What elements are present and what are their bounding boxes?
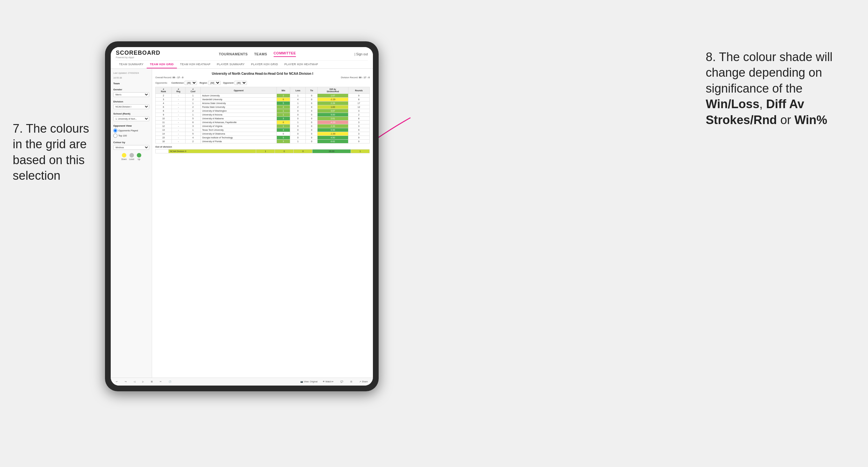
toolbar-redo[interactable]: ↪ — [123, 379, 128, 384]
cell-tie: 0 — [306, 109, 317, 113]
legend-up-dot — [137, 153, 141, 157]
toolbar-comment[interactable]: 💬 — [339, 379, 345, 384]
table-header-row: #Rank #Reg #Conf Opponent Win Loss Tie D… — [156, 87, 370, 94]
cell-rank: 13 — [156, 128, 172, 132]
radio-opponents-played[interactable]: Opponents Played — [113, 128, 149, 133]
sidebar-school-section: School (Rank) 1. University of Nort... — [113, 112, 149, 121]
subnav-player-h2h-heatmap[interactable]: PLAYER H2H HEATMAP — [281, 61, 321, 68]
cell-rank: 3 — [156, 98, 172, 101]
ood-tie: 0 — [294, 150, 312, 153]
toolbar-clock[interactable]: 🕐 — [167, 379, 174, 384]
out-of-division-row: NCAA Division II 1 0 0 26.00 1 — [156, 150, 370, 153]
cell-win: 2 — [277, 94, 290, 98]
cell-win: 1 — [277, 109, 290, 113]
sidebar-opponent-view-label: Opponent View — [113, 124, 149, 127]
grid-title: University of North Carolina Head-to-Hea… — [155, 72, 370, 75]
table-row: 9 - 1 University of Arizona 1 0 0 9.00 2 — [156, 113, 370, 117]
table-row: 3 - 2 Vanderbilt University 0 4 0 -2.29 … — [156, 98, 370, 101]
col-reg: #Reg — [172, 87, 185, 94]
legend-up: Up — [137, 153, 141, 160]
subnav-player-summary[interactable]: PLAYER SUMMARY — [214, 61, 248, 68]
nav-teams[interactable]: TEAMS — [254, 52, 267, 56]
cell-reg: - — [172, 136, 185, 139]
cell-loss: 0 — [290, 132, 306, 136]
cell-reg: - — [172, 109, 185, 113]
sidebar-last-updated: Last Updated: 27/03/2024 16:55:38 — [113, 72, 149, 79]
cell-opponent: University of Alabama — [201, 117, 277, 121]
sidebar-school-select[interactable]: 1. University of Nort... — [113, 117, 149, 121]
cell-rounds: 9 — [348, 136, 370, 139]
toolbar-back[interactable]: ◁ — [132, 379, 137, 384]
cell-tie: 0 — [306, 98, 317, 101]
ood-loss: 0 — [275, 150, 294, 153]
cell-reg: - — [172, 139, 185, 144]
cell-opponent: Vanderbilt University — [201, 98, 277, 101]
toolbar-share[interactable]: ↗ Share — [357, 379, 370, 384]
conference-filter-select[interactable]: (All) — [185, 81, 197, 85]
cell-opponent: Georgia Institute of Technology — [201, 136, 277, 139]
cell-conf: 1 — [185, 128, 200, 132]
radio-top100-input[interactable] — [113, 134, 117, 138]
toolbar-view-label: 📷 View: Original — [300, 380, 317, 383]
nav-tournaments[interactable]: TOURNAMENTS — [219, 52, 248, 56]
cell-opponent: University of Virginia — [201, 124, 277, 128]
cell-conf: 2 — [185, 98, 200, 101]
radio-opponents-played-input[interactable] — [113, 128, 117, 133]
sidebar-colour-by-section: Colour by Win/loss — [113, 141, 149, 150]
cell-loss: 1 — [290, 101, 306, 105]
sidebar-colour-by-select[interactable]: Win/loss — [113, 145, 149, 150]
cell-tie: 0 — [306, 113, 317, 117]
table-body: 2 - 1 Auburn University 2 1 0 1.67 9 3 -… — [156, 94, 370, 144]
subnav-team-summary[interactable]: TEAM SUMMARY — [116, 61, 147, 68]
region-filter-label: Region — [199, 82, 207, 84]
toolbar-undo[interactable]: ↩ — [114, 379, 120, 384]
cell-rank: 12 — [156, 124, 172, 128]
col-loss: Loss — [290, 87, 306, 94]
cell-loss: 1 — [290, 139, 306, 144]
col-opponent: Opponent — [201, 87, 277, 94]
toolbar-forward[interactable]: ▷ — [140, 379, 146, 384]
cell-tie: 0 — [306, 128, 317, 132]
cell-diff: -1.00 — [317, 132, 348, 136]
cell-rounds: 9 — [348, 94, 370, 98]
region-filter-select[interactable]: (All) — [208, 81, 220, 85]
annotation-right-bold3: Win% — [795, 113, 827, 127]
radio-top100[interactable]: Top 100 — [113, 134, 149, 138]
cell-rank: 2 — [156, 94, 172, 98]
cell-rank: 14 — [156, 132, 172, 136]
toolbar-crop[interactable]: ✂ — [158, 379, 163, 384]
cell-rank: 4 — [156, 101, 172, 105]
cell-conf: 1 — [185, 101, 200, 105]
subnav-team-h2h-grid[interactable]: TEAM H2H GRID — [147, 61, 177, 68]
cell-tie: 0 — [306, 117, 317, 121]
table-row: 13 - 1 Texas Tech University 3 0 0 5.56 … — [156, 128, 370, 132]
cell-diff: 1.83 — [317, 105, 348, 109]
cell-tie: 0 — [306, 139, 317, 144]
cell-rounds: 3 — [348, 132, 370, 136]
cell-win: 3 — [277, 128, 290, 132]
tablet-screen: SCOREBOARD Powered by clippd TOURNAMENTS… — [111, 47, 373, 385]
toolbar-watch[interactable]: 👁 Watch ▾ — [321, 379, 335, 384]
cell-conf: 1 — [185, 113, 200, 117]
cell-rank: 10 — [156, 117, 172, 121]
table-row: 2 - 1 Auburn University 2 1 0 1.67 9 — [156, 94, 370, 98]
cell-diff: 2.61 — [317, 117, 348, 121]
subnav-player-h2h-grid[interactable]: PLAYER H2H GRID — [248, 61, 281, 68]
cell-diff: -4.33 — [317, 121, 348, 124]
subnav-team-h2h-heatmap[interactable]: TEAM H2H HEATMAP — [177, 61, 214, 68]
out-of-division-table: NCAA Division II 1 0 0 26.00 1 — [155, 149, 370, 153]
legend-level: Level — [129, 153, 134, 160]
cell-win: 0 — [277, 132, 290, 136]
nav-committee[interactable]: COMMITTEE — [274, 51, 296, 57]
toolbar-layout[interactable]: ⊟ — [348, 379, 354, 384]
cell-conf: 4 — [185, 136, 200, 139]
cell-rounds: 12 — [348, 105, 370, 109]
opponent-filter-select[interactable]: (All) — [235, 81, 247, 85]
sign-out-button[interactable]: | Sign out — [354, 53, 368, 56]
sidebar-gender-select[interactable]: Men's — [113, 92, 149, 97]
sidebar-division-select[interactable]: NCAA Division I — [113, 104, 149, 109]
cell-rounds: 8 — [348, 98, 370, 101]
toolbar-copy[interactable]: ⊞ — [149, 379, 155, 384]
tablet-frame: SCOREBOARD Powered by clippd TOURNAMENTS… — [105, 41, 379, 391]
sidebar-school-label: School (Rank) — [113, 112, 149, 115]
